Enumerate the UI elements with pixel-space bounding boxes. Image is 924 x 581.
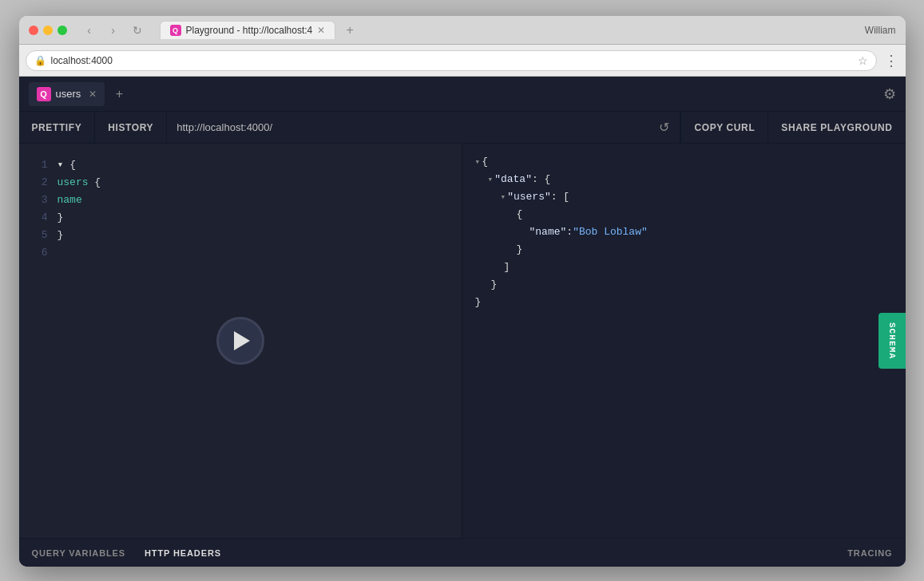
prettify-button[interactable]: PRETTIFY xyxy=(19,112,96,144)
result-line-3: ▾ "users" : [ xyxy=(475,188,893,206)
endpoint-url-input[interactable] xyxy=(167,112,648,144)
code-line-6: 6 xyxy=(32,244,449,262)
tab-favicon: Q xyxy=(170,25,181,36)
add-tab-button[interactable]: + xyxy=(108,83,130,105)
query-editor[interactable]: 1 ▾ { 2 users { 3 name 4 xyxy=(19,144,462,538)
bookmark-icon[interactable]: ☆ xyxy=(858,54,868,67)
result-line-6: } xyxy=(475,241,893,259)
code-line-4: 4 } xyxy=(32,209,449,227)
copy-curl-button[interactable]: COPY CURL xyxy=(680,112,767,144)
expand-arrow[interactable]: ▾ xyxy=(501,188,506,206)
line-content: ▾ { xyxy=(58,156,449,174)
share-playground-button[interactable]: SHARE PLAYGROUND xyxy=(767,112,905,144)
browser-toolbar-icons: ⋮ xyxy=(883,53,899,69)
result-line-2: ▾ "data" : { xyxy=(475,171,893,188)
settings-icon[interactable]: ⚙ xyxy=(883,85,896,103)
query-variables-button[interactable]: QUERY VARIABLES xyxy=(32,548,126,558)
code-line-5: 5 } xyxy=(32,227,449,244)
line-number: 1 xyxy=(32,156,48,174)
code-line-3: 3 name xyxy=(32,192,449,209)
play-button[interactable] xyxy=(216,317,264,365)
app-tabs-bar: Q users ✕ + ⚙ xyxy=(19,77,906,112)
result-colon: : { xyxy=(532,171,550,188)
tab-close-icon[interactable]: ✕ xyxy=(317,25,325,36)
line-number: 4 xyxy=(32,209,48,227)
result-brace: } xyxy=(517,241,523,259)
result-line-9: } xyxy=(475,294,893,311)
result-brace: { xyxy=(517,206,523,223)
minimize-button[interactable] xyxy=(43,26,53,35)
line-content: users { xyxy=(58,174,449,192)
app-content: Q users ✕ + ⚙ PRETTIFY HISTORY ↺ COPY CU… xyxy=(19,77,906,567)
line-number: 3 xyxy=(32,192,48,209)
result-colon: : xyxy=(566,223,573,241)
url-text: localhost:4000 xyxy=(51,55,853,66)
secure-icon: 🔒 xyxy=(34,55,46,66)
result-line-1: ▾ { xyxy=(475,153,893,171)
line-content: } xyxy=(58,209,449,227)
editor-area: 1 ▾ { 2 users { 3 name 4 xyxy=(19,144,906,538)
line-number: 2 xyxy=(32,174,48,192)
maximize-button[interactable] xyxy=(58,26,67,35)
browser-tab[interactable]: Q Playground - http://localhost:4 ✕ xyxy=(160,21,336,39)
user-name: William xyxy=(865,25,896,36)
result-line-5: "name" : "Bob Loblaw" xyxy=(475,223,893,241)
refresh-button[interactable]: ↺ xyxy=(648,112,680,144)
result-key: "data" xyxy=(494,171,532,188)
play-icon xyxy=(234,331,250,350)
app-tab-users[interactable]: Q users ✕ xyxy=(29,82,105,106)
browser-window: ‹ › ↻ Q Playground - http://localhost:4 … xyxy=(19,16,906,567)
result-bracket: ] xyxy=(504,259,510,276)
line-content: name xyxy=(58,192,449,209)
bottom-bar: QUERY VARIABLES HTTP HEADERS TRACING xyxy=(19,538,906,567)
line-content: } xyxy=(58,227,449,244)
code-area: 1 ▾ { 2 users { 3 name 4 xyxy=(19,144,462,275)
result-brace: } xyxy=(491,276,498,294)
history-button[interactable]: HISTORY xyxy=(95,112,167,144)
app-tab-close-icon[interactable]: ✕ xyxy=(89,89,97,100)
back-button[interactable]: ‹ xyxy=(80,21,99,40)
result-line-8: } xyxy=(475,276,893,294)
browser-titlebar: ‹ › ↻ Q Playground - http://localhost:4 … xyxy=(19,16,906,45)
schema-tab[interactable]: SCHEMA xyxy=(878,313,906,369)
expand-arrow[interactable]: ▾ xyxy=(475,153,481,171)
forward-button[interactable]: › xyxy=(104,21,123,40)
line-number: 6 xyxy=(32,244,48,262)
browser-nav: ‹ › ↻ xyxy=(80,21,147,40)
tracing-button[interactable]: TRACING xyxy=(847,548,892,558)
result-key: "users" xyxy=(507,188,551,206)
traffic-lights xyxy=(29,26,67,35)
expand-arrow[interactable]: ▾ xyxy=(488,171,494,188)
result-line-4: { xyxy=(475,206,893,223)
result-line-7: ] xyxy=(475,259,893,276)
http-headers-button[interactable]: HTTP HEADERS xyxy=(145,548,221,558)
code-line-2: 2 users { xyxy=(32,174,449,192)
app-tab-icon: Q xyxy=(37,87,51,101)
result-key: "name" xyxy=(529,223,567,241)
app-tab-label: users xyxy=(56,88,81,100)
url-bar[interactable]: 🔒 localhost:4000 ☆ xyxy=(26,50,877,71)
tab-bar: Q Playground - http://localhost:4 ✕ + xyxy=(160,19,859,42)
code-line-1: 1 ▾ { xyxy=(32,156,449,174)
tab-title: Playground - http://localhost:4 xyxy=(186,25,313,36)
result-pane: ▾ { ▾ "data" : { ▾ "users" : [ { "name xyxy=(462,144,906,538)
reload-button[interactable]: ↻ xyxy=(128,21,147,40)
line-number: 5 xyxy=(32,227,48,244)
extensions-icon[interactable]: ⋮ xyxy=(883,53,899,69)
app-toolbar: PRETTIFY HISTORY ↺ COPY CURL SHARE PLAYG… xyxy=(19,112,906,144)
result-value: "Bob Loblaw" xyxy=(573,223,648,241)
result-brace: { xyxy=(482,153,488,171)
new-tab-button[interactable]: + xyxy=(339,19,361,42)
url-bar-row: 🔒 localhost:4000 ☆ ⋮ xyxy=(19,45,906,77)
result-brace: } xyxy=(475,294,482,311)
result-colon: : [ xyxy=(551,188,569,206)
close-button[interactable] xyxy=(29,26,38,35)
line-content xyxy=(58,244,449,262)
